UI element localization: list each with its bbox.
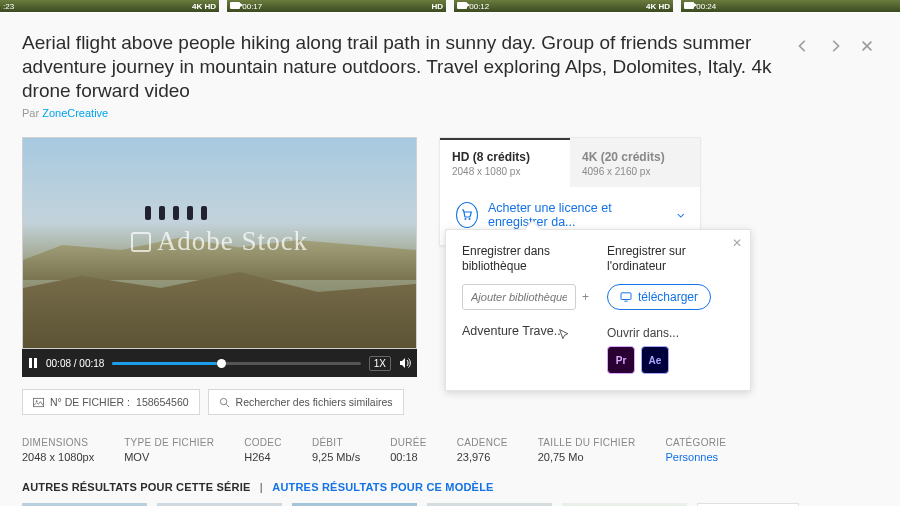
strip-thumb[interactable]: 00:17HD: [227, 0, 446, 13]
pause-button[interactable]: [28, 358, 38, 368]
svg-rect-1: [34, 358, 37, 368]
strip-thumb[interactable]: 00:124K HD: [454, 0, 673, 13]
library-item[interactable]: Adventure Trave...: [462, 324, 564, 338]
save-popover: ✕ Enregistrer dans bibliothèque + Advent…: [445, 229, 751, 391]
save-library-heading: Enregistrer dans bibliothèque: [462, 244, 589, 274]
search-icon: [219, 397, 230, 408]
open-in-label: Ouvrir dans...: [607, 326, 734, 340]
license-and-save-button[interactable]: Acheter une licence et enregistrer da...: [456, 201, 684, 229]
next-asset-button[interactable]: [824, 35, 846, 57]
app-premiere-button[interactable]: Pr: [607, 346, 635, 374]
strip-thumb[interactable]: :234K HD: [0, 0, 219, 13]
find-similar-pill[interactable]: Rechercher des fichiers similaires: [208, 389, 404, 415]
svg-rect-2: [33, 398, 43, 406]
camera-icon: [684, 2, 694, 9]
add-library-plus-button[interactable]: +: [582, 290, 589, 304]
cursor-icon: [558, 328, 571, 341]
svg-point-5: [464, 218, 466, 220]
image-icon: [33, 397, 44, 408]
svg-point-3: [36, 400, 38, 402]
camera-icon: [457, 2, 467, 9]
volume-icon[interactable]: [399, 357, 411, 369]
playhead-time: 00:08 / 00:18: [46, 358, 104, 369]
monitor-icon: [620, 292, 632, 302]
svg-point-6: [468, 218, 470, 220]
speed-toggle[interactable]: 1X: [369, 356, 391, 371]
category-link[interactable]: Personnes: [665, 451, 726, 463]
prev-asset-button[interactable]: [792, 35, 814, 57]
byline: Par ZoneCreative: [22, 107, 774, 119]
top-thumbnail-strip: :234K HD 00:17HD 00:124K HD 00:24: [0, 0, 900, 13]
camera-icon: [230, 2, 240, 9]
specs-row: DIMENSIONS2048 x 1080px TYPE DE FICHIERM…: [22, 437, 878, 463]
progress-bar[interactable]: [112, 362, 360, 365]
series-results-heading: AUTRES RÉSULTATS POUR CETTE SÉRIE: [22, 481, 250, 493]
asset-title: Aerial flight above people hiking along …: [22, 31, 774, 103]
download-button[interactable]: télécharger: [607, 284, 711, 310]
file-id-pill[interactable]: N° DE FICHIER : 158654560: [22, 389, 200, 415]
chevron-down-icon: [677, 211, 684, 220]
svg-rect-7: [621, 293, 631, 300]
model-results-link[interactable]: AUTRES RÉSULTATS POUR CE MODÈLE: [272, 481, 493, 493]
strip-thumb[interactable]: 00:24: [681, 0, 900, 13]
save-computer-heading: Enregistrer sur l'ordinateur: [607, 244, 734, 274]
tab-4k[interactable]: 4K (20 crédits) 4096 x 2160 px: [570, 138, 700, 187]
svg-point-4: [220, 398, 226, 404]
video-controls: 00:08 / 00:18 1X: [22, 349, 417, 377]
watermark: Adobe Stock: [23, 226, 416, 257]
popover-close-button[interactable]: ✕: [732, 236, 742, 250]
cart-icon: [456, 202, 478, 228]
app-aftereffects-button[interactable]: Ae: [641, 346, 669, 374]
svg-rect-0: [29, 358, 32, 368]
tab-hd[interactable]: HD (8 crédits) 2048 x 1080 px: [440, 138, 570, 187]
video-preview[interactable]: Adobe Stock: [22, 137, 417, 349]
author-link[interactable]: ZoneCreative: [42, 107, 108, 119]
close-button[interactable]: [856, 35, 878, 57]
add-library-input[interactable]: [462, 284, 576, 310]
